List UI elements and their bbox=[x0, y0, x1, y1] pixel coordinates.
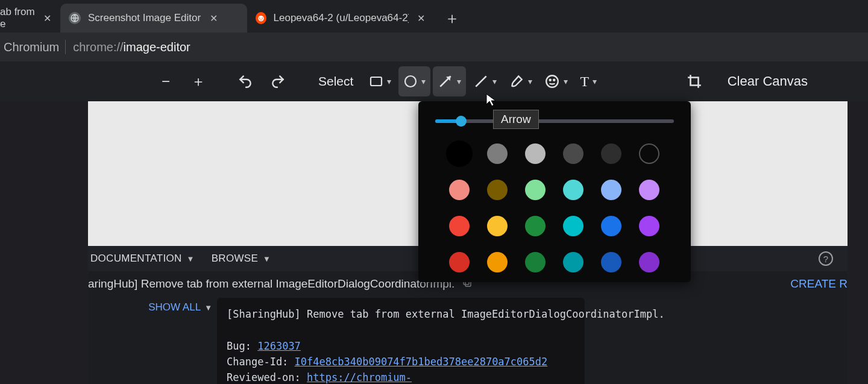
slider-track[interactable] bbox=[435, 119, 674, 123]
ellipse-tool[interactable]: ▾ bbox=[398, 66, 430, 96]
emoji-tool[interactable]: ▾ bbox=[539, 66, 573, 96]
arrow-icon bbox=[438, 74, 453, 89]
separator bbox=[65, 40, 66, 54]
create-link[interactable]: CREATE R bbox=[790, 277, 848, 291]
tab-reddit[interactable]: Leopeva64-2 (u/Leopeva64-2) - R ✕ bbox=[247, 4, 434, 33]
bug-link[interactable]: 1263037 bbox=[257, 340, 301, 352]
select-tool[interactable]: Select bbox=[310, 66, 362, 96]
reviewed-link[interactable]: https://chromium- bbox=[307, 371, 412, 383]
color-swatch[interactable] bbox=[601, 180, 621, 200]
tab-partial[interactable]: ab from e ✕ bbox=[0, 4, 60, 33]
new-tab-button[interactable]: ＋ bbox=[440, 6, 464, 30]
color-swatch[interactable] bbox=[525, 180, 546, 200]
tab-label: Screenshot Image Editor bbox=[88, 12, 201, 24]
svg-point-5 bbox=[405, 76, 416, 87]
arrow-tool[interactable]: ▾ bbox=[433, 66, 466, 96]
menu-documentation[interactable]: DOCUMENTATION▼ bbox=[90, 253, 195, 265]
ellipse-icon bbox=[403, 74, 418, 89]
color-swatch[interactable] bbox=[639, 252, 659, 272]
globe-icon bbox=[69, 12, 81, 24]
color-swatch[interactable] bbox=[487, 180, 508, 200]
emoji-icon bbox=[544, 74, 560, 89]
rectangle-icon bbox=[369, 74, 383, 89]
zoom-in-button[interactable]: ＋ bbox=[183, 66, 213, 96]
color-swatch[interactable] bbox=[563, 252, 583, 272]
color-swatch[interactable] bbox=[639, 143, 659, 164]
close-icon[interactable]: ✕ bbox=[208, 13, 219, 24]
color-swatch[interactable] bbox=[563, 143, 583, 164]
thickness-slider[interactable]: Arrow bbox=[435, 112, 674, 130]
chevron-down-icon[interactable]: ▾ bbox=[564, 77, 568, 86]
color-swatches bbox=[435, 143, 674, 272]
rectangle-tool[interactable]: ▾ bbox=[364, 66, 396, 96]
color-swatch[interactable] bbox=[487, 216, 508, 236]
address-bar[interactable]: Chromium chrome://image-editor bbox=[0, 33, 868, 61]
color-swatch[interactable] bbox=[639, 216, 659, 236]
reddit-icon bbox=[256, 12, 266, 24]
color-swatch[interactable] bbox=[525, 216, 546, 236]
tab-label: Leopeva64-2 (u/Leopeva64-2) - R bbox=[274, 12, 409, 24]
text-icon: T bbox=[580, 74, 589, 90]
color-swatch[interactable] bbox=[563, 180, 583, 200]
color-swatch[interactable] bbox=[525, 252, 546, 272]
arrow-tool-popup: Arrow bbox=[418, 101, 691, 282]
chevron-down-icon[interactable]: ▾ bbox=[593, 77, 597, 86]
slider-thumb[interactable] bbox=[456, 116, 467, 127]
changeid-link[interactable]: I0f4e8cb340b09074f7b1bed378ee2870a7c065d… bbox=[295, 356, 548, 368]
color-swatch[interactable] bbox=[449, 180, 470, 200]
color-swatch[interactable] bbox=[601, 216, 621, 236]
svg-point-2 bbox=[259, 17, 260, 19]
help-icon[interactable]: ? bbox=[819, 251, 833, 266]
change-title: aringHub] Remove tab from external Image… bbox=[88, 277, 454, 291]
crop-tool[interactable] bbox=[679, 66, 709, 96]
commit-message: [SharingHub] Remove tab from external Im… bbox=[217, 298, 585, 384]
svg-point-1 bbox=[258, 16, 263, 21]
show-all-toggle[interactable]: SHOW ALL▼ bbox=[88, 301, 217, 313]
svg-point-7 bbox=[550, 80, 551, 81]
text-tool[interactable]: T ▾ bbox=[575, 66, 602, 96]
close-icon[interactable]: ✕ bbox=[416, 13, 426, 24]
color-swatch[interactable] bbox=[563, 216, 583, 236]
tab-strip: ab from e ✕ Screenshot Image Editor ✕ Le… bbox=[0, 0, 868, 33]
zoom-out-button[interactable]: − bbox=[151, 66, 181, 96]
line-tool[interactable]: ▾ bbox=[468, 66, 502, 96]
color-swatch[interactable] bbox=[449, 216, 470, 236]
svg-point-3 bbox=[262, 17, 263, 19]
line-icon bbox=[473, 74, 489, 89]
url-path: image-editor bbox=[124, 40, 190, 54]
color-swatch[interactable] bbox=[446, 140, 473, 167]
brush-icon bbox=[509, 74, 524, 89]
tool-tooltip: Arrow bbox=[493, 110, 539, 129]
editor-toolbar: − ＋ Select ▾ ▾ ▾ ▾ ▾ ▾ T ▾ Clear Canvas bbox=[0, 61, 868, 101]
product-label: Chromium bbox=[4, 40, 65, 54]
color-swatch[interactable] bbox=[525, 143, 546, 164]
close-icon[interactable]: ✕ bbox=[43, 13, 52, 24]
undo-button[interactable] bbox=[230, 66, 260, 96]
color-swatch[interactable] bbox=[639, 180, 659, 200]
redo-button[interactable] bbox=[263, 66, 293, 96]
chevron-down-icon[interactable]: ▾ bbox=[457, 77, 461, 86]
chevron-down-icon[interactable]: ▾ bbox=[421, 77, 426, 86]
color-swatch[interactable] bbox=[601, 143, 621, 164]
chevron-down-icon[interactable]: ▾ bbox=[492, 77, 497, 86]
chevron-down-icon[interactable]: ▾ bbox=[387, 77, 391, 86]
tab-label: ab from e bbox=[0, 6, 36, 30]
url-scheme: chrome:// bbox=[73, 40, 123, 54]
svg-rect-4 bbox=[371, 77, 382, 86]
svg-point-8 bbox=[554, 80, 555, 81]
chevron-down-icon[interactable]: ▾ bbox=[528, 77, 532, 86]
color-swatch[interactable] bbox=[449, 252, 470, 272]
color-swatch[interactable] bbox=[487, 143, 508, 164]
clear-canvas-button[interactable]: Clear Canvas bbox=[718, 74, 817, 89]
tab-active[interactable]: Screenshot Image Editor ✕ bbox=[60, 4, 247, 33]
color-swatch[interactable] bbox=[487, 252, 508, 272]
brush-tool[interactable]: ▾ bbox=[504, 66, 537, 96]
left-column: SHOW ALL▼ LUCI CQ en +1 Chromium LU... bbox=[88, 297, 217, 384]
svg-point-6 bbox=[547, 75, 559, 87]
menu-browse[interactable]: BROWSE▼ bbox=[212, 253, 271, 265]
color-swatch[interactable] bbox=[601, 252, 621, 272]
